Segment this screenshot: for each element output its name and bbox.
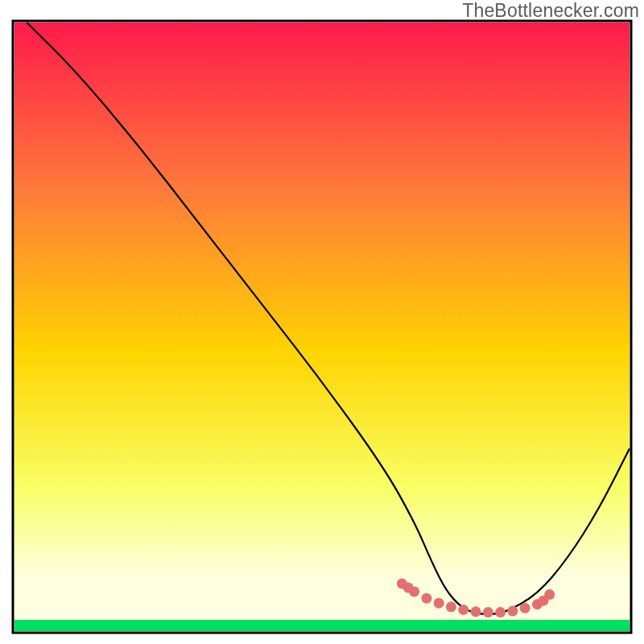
chart-frame: { "watermark": "TheBottlenecker.com", "c… <box>0 0 644 644</box>
gradient-background <box>14 23 630 620</box>
optimal-dot <box>507 606 518 617</box>
plot-area <box>13 21 631 633</box>
optimal-dot <box>495 607 506 617</box>
green-band <box>14 620 630 631</box>
optimal-dot <box>458 605 469 615</box>
chart-svg <box>0 0 644 644</box>
optimal-dot <box>471 606 481 617</box>
optimal-dot <box>544 589 555 600</box>
optimal-dot <box>520 603 530 613</box>
optimal-dot <box>421 593 431 604</box>
watermark-text: TheBottlenecker.com <box>462 0 639 22</box>
optimal-dot <box>434 598 444 609</box>
optimal-dot <box>446 601 456 612</box>
optimal-dot <box>483 607 493 617</box>
optimal-dot <box>409 586 419 597</box>
